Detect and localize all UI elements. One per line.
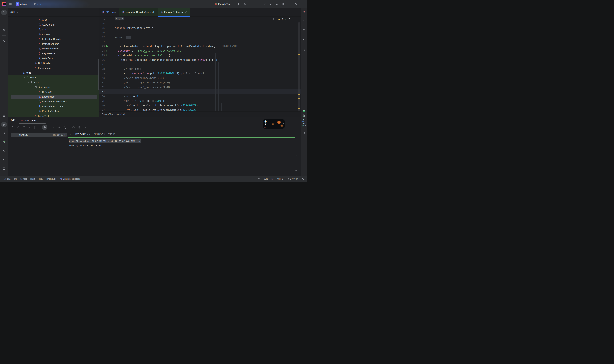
problems-tool-window-button[interactable] xyxy=(1,166,7,171)
project-tree[interactable]: ALUALUControlCPUExecuteInstructionDecode… xyxy=(8,17,99,117)
close-tab-icon[interactable] xyxy=(184,11,187,13)
tree-item-instructionfetchtest[interactable]: InstructionFetchTest xyxy=(8,104,99,109)
navigate-with-single-click-button[interactable] xyxy=(56,125,61,130)
code-line-32[interactable]: 32 //c.io.aluop2_source.poke(0.U) xyxy=(99,85,301,90)
run-button[interactable] xyxy=(236,2,241,6)
fold-arrow-icon[interactable] xyxy=(111,18,112,20)
tree-item-memoryaccess[interactable]: MemoryAccess xyxy=(8,46,99,51)
run-gutter-icon[interactable] xyxy=(106,50,108,52)
rerun-failed-tests-button[interactable] xyxy=(16,125,21,130)
caret-position-widget[interactable]: 33:1 xyxy=(264,178,268,180)
indent-widget[interactable]: 2 个空格 xyxy=(287,178,298,180)
unlock-icon[interactable] xyxy=(302,178,304,180)
ai-assistant-button[interactable] xyxy=(262,2,267,6)
close-button[interactable] xyxy=(300,2,305,6)
code-line-34[interactable]: 34 var x = 0 xyxy=(99,94,301,99)
sort-by-duration-button[interactable] xyxy=(63,125,67,130)
project-tree-scrollbar[interactable] xyxy=(98,59,99,90)
warning-stripe-mark[interactable] xyxy=(298,94,300,95)
rerun-button[interactable] xyxy=(10,125,15,130)
code-line-24[interactable]: 24 behavior of "Exxecute of Single Cycle… xyxy=(99,49,301,53)
inspections-widget[interactable]: 6 2 xyxy=(272,18,297,20)
code-line-36[interactable]: 36 val op1 = scala.util.Random.nextInt(4… xyxy=(99,103,301,108)
editor-scrollbar[interactable] xyxy=(298,17,301,111)
warning-stripe-mark[interactable] xyxy=(298,48,300,48)
tree-item-test[interactable]: test xyxy=(8,70,99,75)
code-line-33[interactable]: 33 xyxy=(99,89,301,94)
run-configuration-selector[interactable]: ExecuteTest xyxy=(214,2,235,6)
code-line-15[interactable]: 15package riscv.singlecycle xyxy=(99,26,301,30)
code-line-23[interactable]: 23class ExecuteTest extends AnyFlatSpec … xyxy=(99,44,301,49)
more-actions-button[interactable] xyxy=(249,2,253,6)
code-line-28[interactable]: 28 // add test xyxy=(99,67,301,71)
chevron-down-icon[interactable] xyxy=(20,72,22,74)
tree-item-alu[interactable]: ALU xyxy=(8,17,99,22)
project-panel-header[interactable]: 项目 xyxy=(8,8,99,17)
toggle-auto-rerun-button[interactable] xyxy=(22,125,27,130)
passed-count[interactable]: 2 xyxy=(289,18,290,20)
project-tool-window-button[interactable] xyxy=(1,10,7,14)
status-breadcrumb-riscv[interactable]: riscv xyxy=(39,178,43,180)
search-everywhere-button[interactable] xyxy=(274,2,279,6)
tab-list-button[interactable] xyxy=(296,11,298,13)
code-line-30[interactable]: 30 //c.io.immediate.poke(0.U) xyxy=(99,76,301,80)
tree-item-registerfile[interactable]: RegisterFile xyxy=(8,51,99,56)
status-breadcrumb-test[interactable]: test xyxy=(20,178,27,180)
tab-executetest-scala[interactable]: ExecuteTest.scala xyxy=(158,8,190,16)
debug-button[interactable] xyxy=(242,2,247,6)
memory-indicator-icon[interactable] xyxy=(258,178,260,180)
tree-item-cputest[interactable]: CPUTest xyxy=(8,90,99,94)
next-problem-icon[interactable] xyxy=(295,18,297,20)
test-results-pane[interactable]: 测试结果 6秒 154毫秒 xyxy=(8,131,68,176)
tree-item-executetest[interactable]: ExecuteTest xyxy=(8,94,99,99)
code-line-14[interactable]: 14 xyxy=(99,21,301,26)
tree-item-cpu[interactable]: CPU xyxy=(8,27,99,32)
sbt-tool-window-button[interactable] xyxy=(301,36,307,41)
profiler-tool-window-button[interactable] xyxy=(1,149,7,153)
translation-plugin-badge[interactable]: [T] xyxy=(251,178,254,180)
run-success-gutter-icon[interactable] xyxy=(106,45,108,47)
code-line-31[interactable]: 31 //c.io.aluop1_source.poke(0.U) xyxy=(99,80,301,85)
fold-arrow-icon[interactable] xyxy=(111,36,112,38)
code-line-26[interactable]: 26 test(new Execute).withAnnotations(Tes… xyxy=(99,58,301,62)
input-method-widget[interactable]: 中 S xyxy=(263,119,285,129)
chevron-down-icon[interactable] xyxy=(24,77,26,78)
tree-item-parameters[interactable]: Parameters xyxy=(8,65,99,70)
code-line-17[interactable]: 17import ... xyxy=(99,35,301,39)
code-line-16[interactable]: 16 xyxy=(99,30,301,35)
tree-item-instructiondecodertest[interactable]: InstructionDecoderTest xyxy=(8,99,99,104)
main-menu-button[interactable] xyxy=(8,2,13,6)
battery-icon[interactable] xyxy=(303,114,305,117)
warning-stripe-mark[interactable] xyxy=(298,27,300,27)
run-gutter-icon[interactable] xyxy=(106,54,108,56)
settings-button[interactable] xyxy=(280,2,285,6)
folded-region[interactable]: /.../ xyxy=(115,17,124,20)
coverage-button[interactable] xyxy=(83,125,88,130)
project-widget[interactable]: Y yatcpu xyxy=(14,1,31,7)
test-results-row[interactable]: 测试结果 6秒 154毫秒 xyxy=(11,133,67,137)
more-tool-windows-button[interactable] xyxy=(1,48,7,52)
scroll-up-button[interactable] xyxy=(293,153,298,158)
commit-tool-window-button[interactable] xyxy=(1,19,7,23)
chevron-down-icon[interactable] xyxy=(28,81,29,83)
run-tool-window-button[interactable] xyxy=(1,122,7,127)
code-line-27[interactable]: 27 xyxy=(99,62,301,67)
tab-instructiondecodertest-scala[interactable]: InstructionDecoderTest.scala xyxy=(119,8,158,16)
tab-cpu-scala[interactable]: CPU.scala xyxy=(99,8,119,16)
chevron-down-icon[interactable] xyxy=(31,86,33,88)
tree-item-riscv[interactable]: riscv xyxy=(8,80,99,85)
tree-item-scala[interactable]: scala xyxy=(8,75,99,80)
green-badge-icon[interactable] xyxy=(303,110,305,113)
encoding-widget[interactable]: UTF-8 xyxy=(277,178,283,180)
scroll-down-button[interactable] xyxy=(293,160,298,165)
status-breadcrumb-lab1[interactable]: lab1 xyxy=(3,178,11,180)
console-output[interactable]: C:\Users\26586\.jdks\temurin-17.0.16\bin… xyxy=(69,139,290,148)
sort-by-order-button[interactable] xyxy=(51,125,56,130)
soft-wrap-button[interactable] xyxy=(293,168,298,172)
ai-assistant-tool-window-button[interactable] xyxy=(301,19,307,23)
show-passed-button[interactable] xyxy=(36,125,41,130)
pull-requests-tool-window-button[interactable] xyxy=(1,28,7,32)
show-ignored-button[interactable] xyxy=(42,125,47,130)
test-console-pane[interactable]: 1 测试已通过 总计 1 个测试, 6秒 154毫秒 C:\Users\2658… xyxy=(68,131,301,176)
code-line-1[interactable]: 1/.../ xyxy=(99,17,301,21)
